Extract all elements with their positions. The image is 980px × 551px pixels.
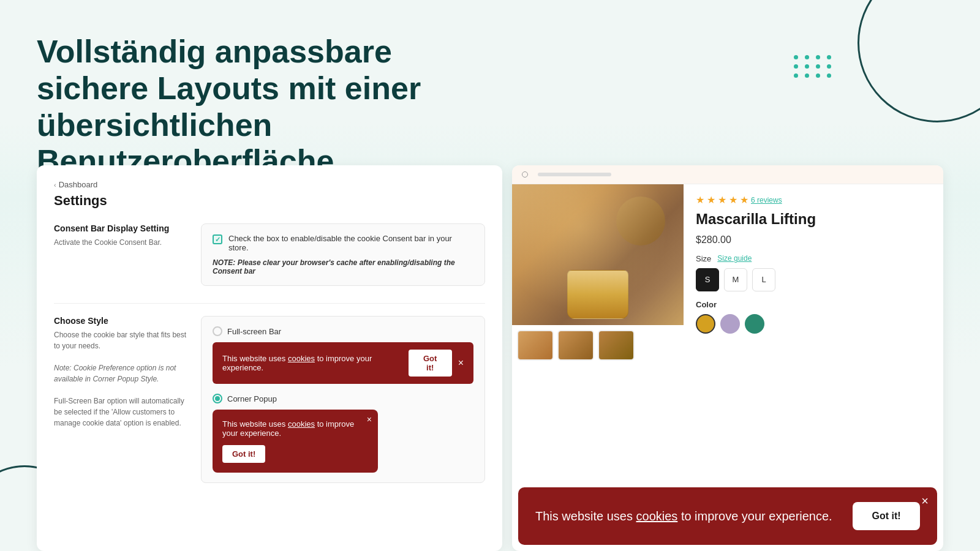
size-row: Size Size guide (696, 254, 931, 263)
fullscreen-bar-option[interactable]: Full-screen Bar (213, 326, 473, 336)
popup-got-it-button[interactable]: Got it! (222, 445, 265, 463)
corner-popup-preview: × This website uses cookies to improve y… (213, 410, 378, 473)
tab-bar-line (538, 173, 611, 176)
consent-note: NOTE: Please clear your browser's cache … (213, 258, 473, 276)
product-panel: ★ ★ ★ ★ ★ 6 reviews Mascarilla Lifting $… (512, 165, 943, 551)
product-thumb-2[interactable] (557, 330, 594, 361)
fullscreen-bar-label: Full-screen Bar (227, 327, 281, 336)
star-2: ★ (707, 194, 715, 206)
size-btn-m[interactable]: M (724, 268, 747, 291)
fullscreen-got-it-button[interactable]: Got it! (409, 350, 452, 377)
choose-style-label-title: Choose Style (54, 316, 189, 326)
tab-bar (512, 165, 943, 184)
fullscreen-radio[interactable] (213, 326, 222, 336)
product-stars: ★ ★ ★ ★ ★ 6 reviews (696, 194, 931, 206)
consent-bar-section: Consent Bar Display Setting Activate the… (54, 223, 485, 286)
color-swatch-lavender[interactable] (720, 314, 740, 334)
fullscreen-bar-preview: This website uses cookies to improve you… (213, 342, 473, 384)
consent-bar-label-title: Consent Bar Display Setting (54, 223, 189, 233)
cookie-consent-overlay: × This website uses cookies to improve y… (518, 487, 937, 545)
fullscreen-cookies-link[interactable]: cookies (288, 354, 315, 363)
hero-section: Vollständig anpassbare sichere Layouts m… (37, 34, 496, 180)
product-main-image (512, 184, 684, 325)
cookie-overlay-link[interactable]: cookies (636, 509, 678, 523)
consent-checkbox-label: Check the box to enable/disable the cook… (228, 234, 473, 252)
corner-popup-option[interactable]: Corner Popup (213, 394, 473, 403)
fullscreen-close-icon[interactable]: × (458, 358, 464, 369)
size-btn-l[interactable]: L (752, 268, 775, 291)
choose-style-note1: Note: Cookie Preference option is not av… (54, 362, 189, 384)
color-swatch-yellow[interactable] (696, 314, 715, 334)
consent-bar-label-desc: Activate the Cookie Consent Bar. (54, 237, 189, 248)
star-5: ★ (740, 194, 748, 206)
product-jar-lid (616, 197, 665, 246)
size-options: S M L (696, 268, 931, 291)
section-divider (54, 303, 485, 304)
cookie-overlay-close-icon[interactable]: × (921, 495, 929, 507)
star-3: ★ (718, 194, 726, 206)
radio-inner-dot (215, 396, 220, 401)
hero-title: Vollständig anpassbare sichere Layouts m… (37, 34, 496, 180)
popup-close-icon[interactable]: × (367, 414, 372, 424)
popup-cookies-link[interactable]: cookies (288, 419, 315, 429)
cookie-overlay-text: This website uses cookies to improve you… (535, 508, 832, 525)
consent-checkbox[interactable]: ✓ (213, 234, 222, 244)
settings-panel: ‹ Dashboard Settings Consent Bar Display… (37, 165, 502, 551)
consent-checkbox-row: ✓ Check the box to enable/disable the co… (213, 234, 473, 252)
reviews-link[interactable]: 6 reviews (751, 196, 782, 204)
settings-title: Settings (54, 193, 485, 209)
corner-popup-label: Corner Popup (227, 394, 277, 403)
product-thumb-1[interactable] (517, 330, 554, 361)
size-label-text: Size (696, 254, 711, 263)
size-guide-link[interactable]: Size guide (717, 254, 752, 263)
star-4: ★ (729, 194, 737, 206)
decorative-circle-top-right (858, 0, 980, 122)
product-thumb-3[interactable] (598, 330, 635, 361)
product-name: Mascarilla Lifting (696, 211, 931, 228)
size-btn-s[interactable]: S (696, 268, 719, 291)
choose-style-content: Full-screen Bar This website uses cookie… (201, 316, 485, 483)
product-thumbnails (512, 325, 684, 365)
cookie-overlay-got-it-button[interactable]: Got it! (853, 502, 920, 530)
choose-style-section: Choose Style Choose the cookie bar style… (54, 316, 485, 483)
product-jar-body (567, 270, 628, 319)
corner-popup-radio[interactable] (213, 394, 222, 403)
breadcrumb-chevron-icon: ‹ (54, 181, 56, 189)
choose-style-label-desc: Choose the cookie bar style that fits be… (54, 329, 189, 351)
decorative-dots (794, 55, 833, 78)
star-1: ★ (696, 194, 704, 206)
fullscreen-bar-text: This website uses cookies to improve you… (222, 354, 409, 372)
fullscreen-bar-actions: Got it! × (409, 350, 464, 377)
consent-bar-label: Consent Bar Display Setting Activate the… (54, 223, 189, 286)
tab-dot (522, 171, 528, 178)
checkbox-check-icon: ✓ (215, 236, 221, 244)
breadcrumb[interactable]: ‹ Dashboard (54, 180, 485, 189)
choose-style-note2: Full-Screen Bar option will automaticall… (54, 395, 189, 429)
color-label: Color (696, 300, 931, 309)
color-options (696, 314, 931, 334)
consent-bar-content: ✓ Check the box to enable/disable the co… (201, 223, 485, 286)
choose-style-label: Choose Style Choose the cookie bar style… (54, 316, 189, 483)
color-swatch-teal[interactable] (745, 314, 764, 334)
breadcrumb-link[interactable]: Dashboard (59, 180, 98, 189)
popup-text: This website uses cookies to improve you… (222, 419, 368, 438)
product-price: $280.00 (696, 234, 931, 246)
main-content: ‹ Dashboard Settings Consent Bar Display… (37, 165, 943, 551)
